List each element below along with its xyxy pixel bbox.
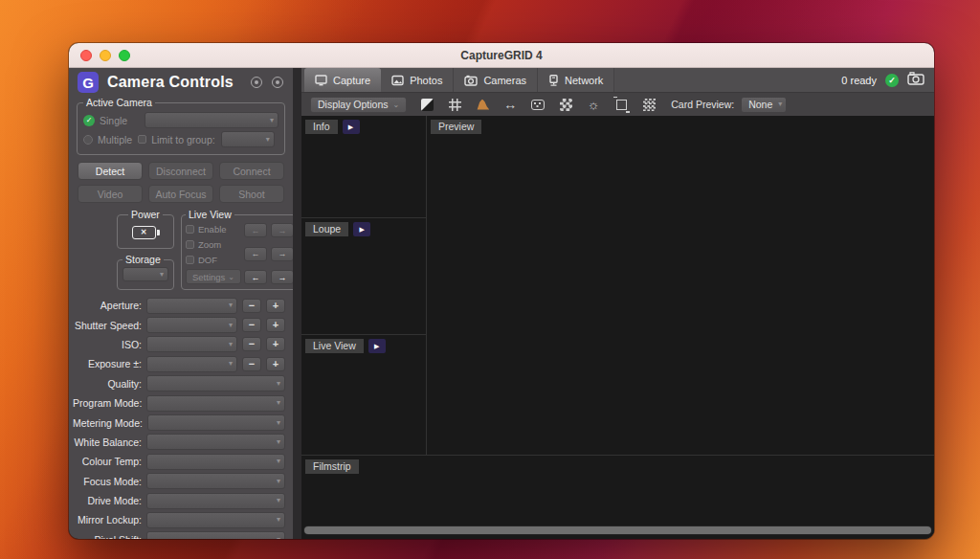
sidebar-splitter[interactable]	[293, 68, 301, 539]
network-icon	[548, 75, 559, 86]
iso-minus-button[interactable]: −	[242, 337, 261, 351]
setting-row-program-mode: Program Mode:	[69, 393, 293, 413]
exposure-plus-button[interactable]: +	[266, 357, 285, 371]
quality-dropdown[interactable]	[146, 375, 285, 391]
shutter-speed-plus-button[interactable]: +	[266, 318, 285, 332]
colour-temp-dropdown[interactable]	[146, 454, 285, 470]
prev-camera-button[interactable]: ←	[244, 247, 267, 261]
setting-row-focus-mode: Focus Mode:	[69, 472, 293, 491]
live-view-dof-checkbox[interactable]	[186, 256, 194, 264]
loupe-panel-label: Loupe	[305, 222, 348, 236]
loupe-expand-button[interactable]: ▶	[353, 222, 370, 236]
white-balance-dropdown[interactable]	[146, 434, 285, 450]
filmstrip-panel: Filmstrip	[301, 455, 934, 539]
grid-overlay-icon[interactable]	[447, 97, 462, 112]
drive-mode-dropdown[interactable]	[146, 493, 285, 509]
crop-icon[interactable]	[613, 97, 629, 112]
minimize-window-button[interactable]	[100, 50, 111, 61]
mirror-lockup-dropdown[interactable]	[146, 512, 285, 528]
single-radio-checked-icon[interactable]	[83, 115, 95, 126]
next-camera-button[interactable]: →	[271, 270, 293, 284]
photos-icon	[391, 75, 404, 86]
ready-check-icon	[885, 74, 899, 87]
live-view-group: Live View Enable Zoom	[181, 209, 293, 290]
sidebar-close-icon[interactable]	[272, 77, 283, 88]
sidebar-title: Camera Controls	[107, 74, 234, 91]
single-radio-label: Single	[100, 115, 127, 126]
preview-panel: Preview	[427, 116, 934, 455]
storage-dropdown[interactable]	[122, 267, 168, 281]
live-view-zoom-label: Zoom	[198, 239, 221, 250]
face-detect-icon[interactable]	[530, 97, 546, 112]
titlebar: CaptureGRID 4	[69, 43, 934, 68]
info-expand-button[interactable]: ▶	[343, 120, 360, 134]
pixel-shift-dropdown[interactable]	[146, 531, 285, 539]
focus-mode-dropdown[interactable]	[146, 473, 285, 489]
detect-button[interactable]: Detect	[78, 162, 143, 180]
exposure-compensation-icon[interactable]	[419, 97, 434, 112]
shoot-all-camera-icon[interactable]	[907, 72, 924, 89]
setting-row-white-balance: White Balance:	[69, 433, 293, 452]
exposure-dropdown[interactable]	[146, 356, 237, 372]
sidebar-settings-icon[interactable]	[251, 77, 262, 88]
info-panel: Info ▶	[301, 116, 426, 218]
zoom-window-button[interactable]	[119, 50, 130, 61]
camera-controls-sidebar: G Camera Controls Active Camera Single	[69, 68, 293, 539]
iso-dropdown[interactable]	[146, 336, 237, 352]
histogram-icon[interactable]	[475, 97, 490, 112]
tab-photos[interactable]: Photos	[381, 68, 454, 92]
video-button[interactable]: Video	[78, 185, 143, 203]
monitor-icon	[315, 75, 327, 86]
checkerboard-icon[interactable]	[558, 97, 573, 112]
tab-capture[interactable]: Capture	[304, 68, 381, 92]
main-tabbar: Capture Photos Cameras	[301, 68, 934, 92]
next-camera-button[interactable]: →	[271, 223, 293, 237]
live-view-enable-checkbox[interactable]	[186, 225, 194, 234]
shutter-speed-dropdown[interactable]	[146, 317, 237, 333]
limit-to-group-label: Limit to group:	[151, 134, 215, 145]
multiple-radio[interactable]	[83, 135, 93, 145]
barcode-icon[interactable]	[641, 97, 657, 112]
live-view-zoom-checkbox[interactable]	[186, 240, 194, 249]
setting-row-iso: ISO: − +	[69, 335, 293, 354]
capture-toolbar: Display Options ↔ ☼ Card Preview: None	[301, 92, 934, 116]
close-window-button[interactable]	[80, 50, 92, 61]
aperture-dropdown[interactable]	[146, 298, 237, 314]
live-view-expand-button[interactable]: ▶	[368, 339, 386, 353]
display-options-button[interactable]: Display Options	[310, 97, 407, 113]
program-mode-dropdown[interactable]	[146, 395, 285, 412]
aperture-plus-button[interactable]: +	[266, 299, 285, 313]
exposure-minus-button[interactable]: −	[242, 357, 261, 371]
card-preview-dropdown[interactable]: None	[741, 97, 787, 113]
focus-peaking-icon[interactable]: ☼	[586, 97, 601, 112]
filmstrip-panel-label: Filmstrip	[305, 459, 359, 474]
battery-status-icon	[132, 226, 160, 239]
pan-icon[interactable]: ↔	[502, 97, 518, 112]
storage-group: Storage	[117, 254, 174, 290]
shutter-speed-minus-button[interactable]: −	[242, 318, 261, 332]
live-view-settings-button[interactable]: Settings	[186, 269, 241, 284]
metering-mode-dropdown[interactable]	[147, 414, 285, 431]
app-window: CaptureGRID 4 G Camera Controls Active C…	[69, 43, 934, 539]
info-panel-label: Info	[305, 120, 338, 134]
prev-camera-button[interactable]: ←	[244, 270, 267, 284]
connect-button[interactable]: Connect	[219, 162, 284, 180]
auto-focus-button[interactable]: Auto Focus	[148, 185, 213, 203]
single-camera-dropdown[interactable]	[145, 112, 278, 128]
prev-camera-button[interactable]: ←	[244, 223, 267, 237]
tab-cameras[interactable]: Cameras	[454, 68, 538, 92]
filmstrip-scrollbar[interactable]	[304, 526, 931, 534]
live-view-panel-label: Live View	[305, 339, 364, 353]
shoot-button[interactable]: Shoot	[219, 185, 284, 203]
live-view-enable-label: Enable	[198, 224, 227, 235]
iso-plus-button[interactable]: +	[266, 337, 285, 351]
storage-legend: Storage	[122, 254, 164, 265]
group-dropdown[interactable]	[221, 131, 275, 147]
limit-to-group-checkbox[interactable]	[138, 135, 146, 144]
next-camera-button[interactable]: →	[271, 247, 293, 261]
disconnect-button[interactable]: Disconnect	[148, 162, 213, 180]
camera-settings-list: Aperture: − + Shutter Speed: − + ISO:	[69, 296, 293, 539]
tab-network[interactable]: Network	[538, 68, 614, 92]
aperture-minus-button[interactable]: −	[242, 299, 261, 313]
card-preview-label: Card Preview:	[671, 99, 734, 110]
